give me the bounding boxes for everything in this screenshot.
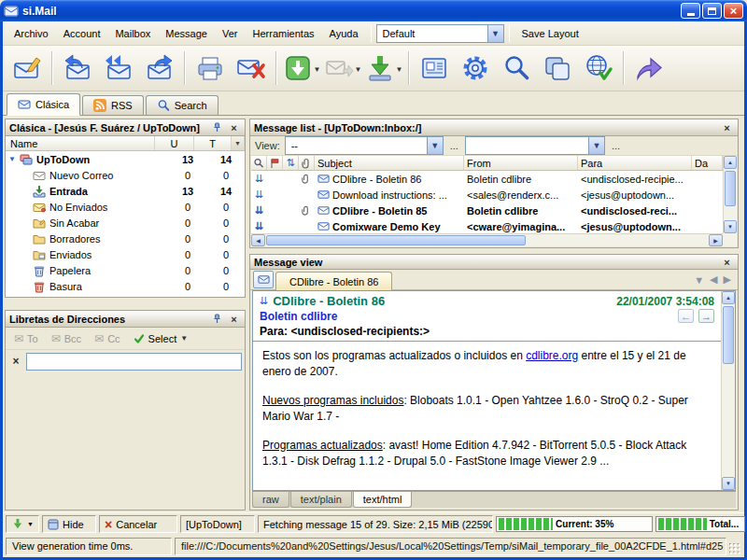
view-combobox[interactable]: -- ▼ bbox=[285, 136, 444, 155]
close-icon[interactable]: × bbox=[227, 313, 241, 326]
forward-shortcut-icon[interactable]: → bbox=[698, 309, 714, 323]
chevron-down-icon[interactable]: ▼ bbox=[487, 25, 503, 42]
message-row[interactable]: ⇊ Comixware Demo Key <cware@yimagina... … bbox=[251, 218, 723, 233]
scroll-right-icon[interactable]: ▶ bbox=[709, 234, 723, 246]
maximize-button[interactable] bbox=[702, 3, 722, 19]
search-button[interactable] bbox=[496, 48, 537, 89]
receive-mail-button[interactable]: ▼ bbox=[281, 48, 322, 89]
tab-clasica[interactable]: Clásica bbox=[7, 93, 80, 116]
print-button[interactable] bbox=[190, 48, 231, 89]
scroll-down-icon[interactable]: ▼ bbox=[722, 477, 735, 490]
horizontal-scrollbar[interactable]: ◀ ▶ bbox=[251, 233, 723, 246]
to-button[interactable]: ✉To bbox=[8, 329, 44, 348]
folder-row-borradores[interactable]: Borradores 00 bbox=[6, 231, 245, 246]
format-tab-raw[interactable]: raw bbox=[252, 492, 289, 508]
minimize-button[interactable] bbox=[681, 3, 700, 19]
folder-row-enviados[interactable]: Enviados 00 bbox=[6, 246, 245, 262]
message-list-header[interactable]: Message list - [UpToDown:Inbox:/] × bbox=[250, 119, 738, 136]
scrollbar-thumb[interactable] bbox=[266, 235, 526, 245]
send-mail-button[interactable]: ▼ bbox=[322, 48, 363, 89]
cc-button[interactable]: ✉Cc bbox=[89, 329, 126, 348]
delete-button[interactable] bbox=[231, 48, 272, 89]
close-icon[interactable]: × bbox=[720, 256, 734, 269]
chevron-down-icon[interactable]: ▼ bbox=[427, 137, 443, 154]
column-search-icon[interactable] bbox=[251, 156, 267, 170]
chevron-down-icon[interactable]: ▼ bbox=[355, 65, 362, 74]
chevron-down-icon[interactable]: ▼ bbox=[314, 65, 321, 74]
address-search-input[interactable] bbox=[26, 353, 242, 371]
column-name[interactable]: Name bbox=[6, 136, 155, 150]
cancel-button[interactable]: × Cancelar bbox=[99, 515, 177, 533]
pin-icon[interactable] bbox=[210, 121, 224, 134]
reply-shortcut-icon[interactable]: ← bbox=[678, 309, 694, 323]
prev-message-icon[interactable]: ◀ bbox=[710, 273, 717, 286]
close-icon[interactable]: × bbox=[227, 121, 241, 134]
next-message-icon[interactable]: ▶ bbox=[724, 273, 731, 286]
folder-row-basura[interactable]: Basura 00 bbox=[6, 278, 245, 294]
chevron-down-icon[interactable]: ▼ bbox=[588, 137, 604, 154]
folder-row-sin-acabar[interactable]: Sin Acabar 00 bbox=[6, 215, 245, 231]
scrollbar-thumb[interactable] bbox=[723, 306, 734, 364]
column-unread[interactable]: U bbox=[155, 136, 194, 150]
folder-row-papelera[interactable]: Papelera 00 bbox=[6, 262, 245, 278]
scrollbar-thumb[interactable] bbox=[725, 171, 736, 206]
reply-button[interactable] bbox=[57, 48, 98, 89]
message-view-header[interactable]: Message view × bbox=[250, 255, 738, 270]
address-book-button[interactable] bbox=[414, 48, 455, 89]
column-date[interactable]: Da bbox=[692, 156, 723, 170]
cdlibre-link[interactable]: cdlibre.org bbox=[526, 349, 578, 362]
scroll-up-icon[interactable]: ▲ bbox=[722, 291, 735, 304]
vertical-scrollbar[interactable]: ▲ ▼ bbox=[723, 156, 737, 233]
menu-message[interactable]: Message bbox=[158, 25, 215, 42]
filter-more-button[interactable]: ... bbox=[610, 140, 622, 151]
menu-ayuda[interactable]: Ayuda bbox=[322, 25, 366, 42]
status-tool-button[interactable]: ▼ bbox=[6, 515, 39, 533]
save-layout-button[interactable]: Save Layout bbox=[514, 25, 586, 42]
column-subject[interactable]: Subject bbox=[315, 156, 464, 170]
message-menu-button[interactable] bbox=[253, 271, 274, 288]
filter-combobox[interactable]: ▼ bbox=[465, 136, 605, 155]
column-flag-icon[interactable] bbox=[267, 156, 283, 170]
menu-archivo[interactable]: Archivo bbox=[7, 25, 56, 42]
hide-button[interactable]: Hide bbox=[42, 515, 96, 533]
folder-row-account[interactable]: ▼ UpToDown 13 14 bbox=[6, 151, 245, 167]
folders-panel-header[interactable]: Clásica - [Jesús F. Suárez / UpToDown] × bbox=[6, 119, 245, 136]
pin-icon[interactable] bbox=[210, 313, 224, 326]
format-tab-textplain[interactable]: text/plain bbox=[290, 492, 352, 508]
view-more-button[interactable]: ... bbox=[448, 140, 460, 151]
menu-ver[interactable]: Ver bbox=[215, 25, 246, 42]
format-tab-texthtml[interactable]: text/html bbox=[353, 492, 413, 508]
layout-combobox[interactable]: Default ▼ bbox=[376, 24, 504, 43]
tab-rss[interactable]: RSS bbox=[82, 95, 144, 115]
message-row[interactable]: ⇊ Download instructions: ... <sales@rend… bbox=[251, 187, 723, 203]
compose-button[interactable] bbox=[7, 48, 48, 89]
clear-icon[interactable]: × bbox=[8, 354, 23, 369]
select-button[interactable]: Select ▼ bbox=[128, 330, 194, 347]
resize-grip[interactable] bbox=[729, 543, 741, 555]
browser-button[interactable] bbox=[578, 48, 619, 89]
message-row[interactable]: ⇊ CDlibre - Boletin 85 Boletin cdlibre <… bbox=[251, 203, 723, 218]
scroll-up-icon[interactable]: ▲ bbox=[724, 156, 737, 169]
close-icon[interactable]: × bbox=[720, 121, 734, 134]
folder-row-entrada[interactable]: Entrada 1314 bbox=[6, 183, 245, 199]
column-from[interactable]: From bbox=[464, 156, 578, 170]
address-panel-header[interactable]: Libretas de Direcciones × bbox=[6, 311, 245, 328]
close-button[interactable]: × bbox=[724, 3, 743, 19]
scroll-left-icon[interactable]: ◀ bbox=[251, 234, 265, 246]
download-all-button[interactable]: ▼ bbox=[363, 48, 404, 89]
scroll-down-icon[interactable]: ▼ bbox=[724, 220, 737, 233]
chevron-down-icon[interactable]: ▼ bbox=[396, 65, 403, 74]
exit-button[interactable] bbox=[628, 48, 669, 89]
forward-button[interactable] bbox=[139, 48, 180, 89]
menu-mailbox[interactable]: Mailbox bbox=[107, 25, 158, 42]
settings-button[interactable] bbox=[455, 48, 496, 89]
column-total[interactable]: T bbox=[194, 136, 232, 150]
message-row[interactable]: ⇊ CDlibre - Boletin 86 Boletin cdlibre <… bbox=[251, 171, 723, 187]
column-para[interactable]: Para bbox=[578, 156, 692, 170]
reply-all-button[interactable] bbox=[98, 48, 139, 89]
column-attachment-icon[interactable] bbox=[299, 156, 315, 170]
windows-button[interactable] bbox=[537, 48, 578, 89]
menu-herramientas[interactable]: Herramientas bbox=[246, 25, 322, 42]
tab-search[interactable]: Search bbox=[146, 95, 218, 115]
folder-row-nuevo-correo[interactable]: Nuevo Correo 00 bbox=[6, 167, 245, 183]
